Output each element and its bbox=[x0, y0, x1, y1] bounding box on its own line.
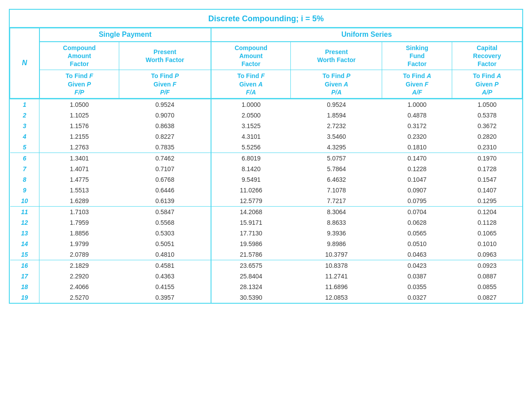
fia-cell: 21.5786 bbox=[211, 249, 291, 260]
pia-cell: 6.4632 bbox=[291, 174, 382, 185]
aif-cell: 0.0423 bbox=[382, 260, 452, 271]
n-cell: 4 bbox=[10, 131, 39, 142]
fip-cell: 2.1829 bbox=[39, 260, 119, 271]
table-row: 2 1.1025 0.9070 2.0500 1.8594 0.4878 0.5… bbox=[10, 110, 522, 121]
n-cell: 3 bbox=[10, 121, 39, 131]
fia-cell: 5.5256 bbox=[211, 142, 291, 153]
table-row: 12 1.7959 0.5568 15.9171 8.8633 0.0628 0… bbox=[10, 217, 522, 228]
pia-cell: 11.2741 bbox=[291, 271, 382, 282]
fia-cell: 15.9171 bbox=[211, 217, 291, 228]
aip-cell: 0.0963 bbox=[452, 249, 522, 260]
fip-cell: 1.1576 bbox=[39, 121, 119, 131]
pif-cell: 0.5847 bbox=[119, 206, 211, 217]
pif-cell: 0.4810 bbox=[119, 249, 211, 260]
fip-cell: 1.7959 bbox=[39, 217, 119, 228]
pia-cell: 5.0757 bbox=[291, 153, 382, 164]
pif-cell: 0.5568 bbox=[119, 217, 211, 228]
aip-cell: 0.2820 bbox=[452, 131, 522, 142]
table-row: 19 2.5270 0.3957 30.5390 12.0853 0.0327 … bbox=[10, 292, 522, 303]
aip-cell: 0.2310 bbox=[452, 142, 522, 153]
factor-name-row: CompoundAmountFactor PresentWorth Factor… bbox=[10, 42, 522, 70]
pif-cell: 0.9524 bbox=[119, 98, 211, 110]
aip-cell: 0.1295 bbox=[452, 196, 522, 207]
n-cell: 8 bbox=[10, 174, 39, 185]
col-header-fip-find: To Find FGiven PF/P bbox=[39, 70, 119, 99]
fia-cell: 17.7130 bbox=[211, 228, 291, 239]
fip-cell: 1.2763 bbox=[39, 142, 119, 153]
pia-cell: 8.8633 bbox=[291, 217, 382, 228]
aif-cell: 0.0463 bbox=[382, 249, 452, 260]
fia-cell: 30.5390 bbox=[211, 292, 291, 303]
aip-cell: 0.1010 bbox=[452, 239, 522, 249]
pia-cell: 3.5460 bbox=[291, 131, 382, 142]
fip-cell: 1.1025 bbox=[39, 110, 119, 121]
to-find-row: To Find FGiven PF/P To Find PGiven FP/F … bbox=[10, 70, 522, 99]
pia-cell: 7.1078 bbox=[291, 185, 382, 196]
col-header-aip-name: CapitalRecoveryFactor bbox=[452, 42, 522, 70]
uniform-series-header: Uniform Series bbox=[211, 28, 522, 42]
fia-cell: 2.0500 bbox=[211, 110, 291, 121]
aif-cell: 0.0907 bbox=[382, 185, 452, 196]
col-header-fip-name: CompoundAmountFactor bbox=[39, 42, 119, 70]
pia-cell: 9.3936 bbox=[291, 228, 382, 239]
n-cell: 5 bbox=[10, 142, 39, 153]
fia-cell: 3.1525 bbox=[211, 121, 291, 131]
table-row: 3 1.1576 0.8638 3.1525 2.7232 0.3172 0.3… bbox=[10, 121, 522, 131]
table-row: 16 2.1829 0.4581 23.6575 10.8378 0.0423 … bbox=[10, 260, 522, 271]
pia-cell: 1.8594 bbox=[291, 110, 382, 121]
aif-cell: 0.0795 bbox=[382, 196, 452, 207]
pif-cell: 0.5051 bbox=[119, 239, 211, 249]
pif-cell: 0.7462 bbox=[119, 153, 211, 164]
fip-cell: 1.5513 bbox=[39, 185, 119, 196]
aip-cell: 0.0827 bbox=[452, 292, 522, 303]
aip-cell: 0.3672 bbox=[452, 121, 522, 131]
group-header-row: N Single Payment Uniform Series bbox=[10, 28, 522, 42]
pia-cell: 11.6896 bbox=[291, 282, 382, 292]
n-cell: 11 bbox=[10, 206, 39, 217]
aip-cell: 0.1407 bbox=[452, 185, 522, 196]
aif-cell: 0.1047 bbox=[382, 174, 452, 185]
aif-cell: 0.3172 bbox=[382, 121, 452, 131]
n-cell: 10 bbox=[10, 196, 39, 207]
aif-cell: 0.0355 bbox=[382, 282, 452, 292]
single-payment-header: Single Payment bbox=[39, 28, 211, 42]
aip-cell: 0.0887 bbox=[452, 271, 522, 282]
aip-cell: 1.0500 bbox=[452, 98, 522, 110]
col-header-aip-find: To Find AGiven PA/P bbox=[452, 70, 522, 99]
fia-cell: 25.8404 bbox=[211, 271, 291, 282]
pia-cell: 12.0853 bbox=[291, 292, 382, 303]
table-row: 10 1.6289 0.6139 12.5779 7.7217 0.0795 0… bbox=[10, 196, 522, 207]
aif-cell: 1.0000 bbox=[382, 98, 452, 110]
n-cell: 12 bbox=[10, 217, 39, 228]
pia-cell: 9.8986 bbox=[291, 239, 382, 249]
fip-cell: 1.6289 bbox=[39, 196, 119, 207]
pia-cell: 0.9524 bbox=[291, 98, 382, 110]
fip-cell: 1.4775 bbox=[39, 174, 119, 185]
fip-cell: 2.2920 bbox=[39, 271, 119, 282]
pif-cell: 0.9070 bbox=[119, 110, 211, 121]
n-cell: 18 bbox=[10, 282, 39, 292]
aip-cell: 0.1970 bbox=[452, 153, 522, 164]
fip-cell: 2.0789 bbox=[39, 249, 119, 260]
table-row: 7 1.4071 0.7107 8.1420 5.7864 0.1228 0.1… bbox=[10, 164, 522, 174]
n-cell: 1 bbox=[10, 98, 39, 110]
pia-cell: 8.3064 bbox=[291, 206, 382, 217]
fia-cell: 6.8019 bbox=[211, 153, 291, 164]
col-header-pia-find: To Find PGiven AP/A bbox=[291, 70, 382, 99]
n-cell: 19 bbox=[10, 292, 39, 303]
n-cell: 6 bbox=[10, 153, 39, 164]
n-cell: 16 bbox=[10, 260, 39, 271]
table-body: 1 1.0500 0.9524 1.0000 0.9524 1.0000 1.0… bbox=[10, 98, 522, 303]
table-row: 9 1.5513 0.6446 11.0266 7.1078 0.0907 0.… bbox=[10, 185, 522, 196]
aip-cell: 0.0855 bbox=[452, 282, 522, 292]
table-row: 5 1.2763 0.7835 5.5256 4.3295 0.1810 0.2… bbox=[10, 142, 522, 153]
compound-interest-table: N Single Payment Uniform Series Compound… bbox=[10, 28, 522, 303]
pif-cell: 0.7107 bbox=[119, 164, 211, 174]
col-header-fia-find: To Find FGiven AF/A bbox=[211, 70, 291, 99]
pif-cell: 0.3957 bbox=[119, 292, 211, 303]
table-row: 1 1.0500 0.9524 1.0000 0.9524 1.0000 1.0… bbox=[10, 98, 522, 110]
aif-cell: 0.2320 bbox=[382, 131, 452, 142]
aif-cell: 0.1810 bbox=[382, 142, 452, 153]
aip-cell: 0.0923 bbox=[452, 260, 522, 271]
table-row: 17 2.2920 0.4363 25.8404 11.2741 0.0387 … bbox=[10, 271, 522, 282]
